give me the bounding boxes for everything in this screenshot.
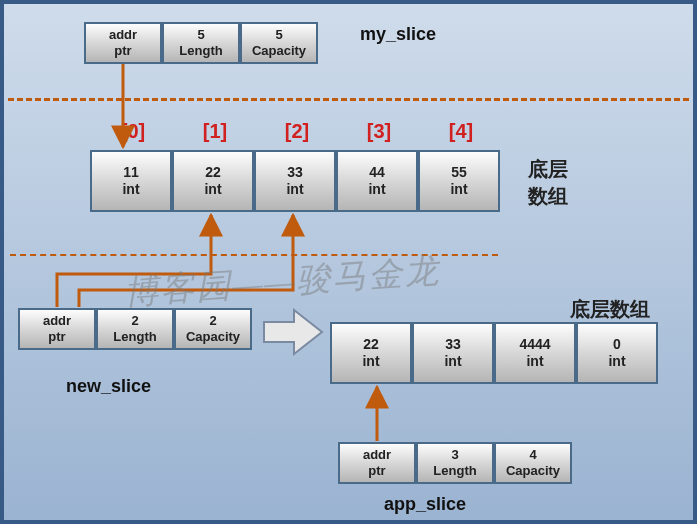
watermark: 博客园——骏马金龙 [123, 248, 442, 316]
arr2-label: 底层数组 [570, 296, 650, 323]
arr2-cell-3: 0int [576, 322, 658, 384]
my-slice-length: 5 Length [162, 22, 240, 64]
app-slice-length: 3 Length [416, 442, 494, 484]
grow-arrow-icon [262, 306, 324, 358]
divider-1 [8, 98, 689, 101]
my-slice-label: my_slice [360, 24, 436, 45]
arr1-cell-3: 44int [336, 150, 418, 212]
app-slice-addr: addr ptr [338, 442, 416, 484]
arr1-cell-0: 11int [90, 150, 172, 212]
arr1-idx-3: [3] [338, 120, 420, 143]
arr1-cell-4: 55int [418, 150, 500, 212]
arr1-label: 底层 数组 [528, 156, 568, 210]
arr2-cell-2: 4444int [494, 322, 576, 384]
arr2-cell-1: 33int [412, 322, 494, 384]
arr1-cell-2: 33int [254, 150, 336, 212]
new-slice-capacity: 2 Capacity [174, 308, 252, 350]
arr2-cell-0: 22int [330, 322, 412, 384]
my-slice-capacity: 5 Capacity [240, 22, 318, 64]
arr1-idx-2: [2] [256, 120, 338, 143]
arr1-cell-1: 22int [172, 150, 254, 212]
new-slice-label: new_slice [66, 376, 151, 397]
my-slice-addr: addr ptr [84, 22, 162, 64]
app-slice-capacity: 4 Capacity [494, 442, 572, 484]
arr1-idx-4: [4] [420, 120, 502, 143]
new-slice-length: 2 Length [96, 308, 174, 350]
app-slice-label: app_slice [384, 494, 466, 515]
divider-2 [10, 254, 498, 256]
arr1-idx-0: [0] [92, 120, 174, 143]
new-slice-addr: addr ptr [18, 308, 96, 350]
arr1-idx-1: [1] [174, 120, 256, 143]
